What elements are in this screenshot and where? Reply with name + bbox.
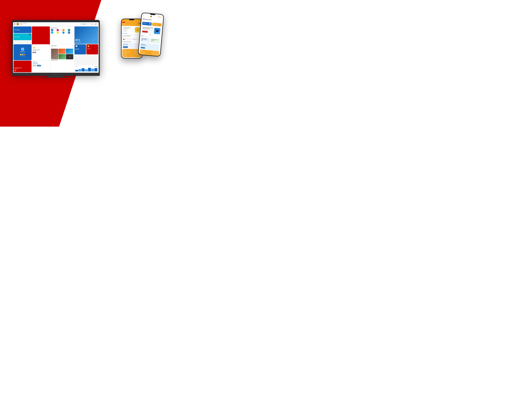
- p1-request-label: Request: [134, 39, 136, 39]
- user-avatar[interactable]: 👤: [95, 23, 97, 25]
- search-icon[interactable]: 🔍: [80, 23, 81, 25]
- header-icons: 🔍 🌐 📤 🔗 ✉ 👁 ⚙ 🏠 G 👤 ▾: [80, 23, 98, 25]
- laptop-screen: ⚜ MINISTRY OF INTERIORAbu Dhabi 🔍 🌐 📤 🔗 …: [13, 22, 99, 73]
- p2-icon-2[interactable]: ⚙: [161, 17, 162, 18]
- gallery-title: SAEED Gallery: [51, 45, 57, 46]
- profile-role: UX Designer: [21, 52, 24, 53]
- profile-tile[interactable]: 👤 Burak Dormer UX Designer ★ 🥈 🥉 Tap to …: [13, 44, 32, 60]
- profile-name: Burak Dormer: [20, 51, 25, 52]
- home-icon[interactable]: 🏠: [92, 23, 93, 25]
- attendance-buttons: Not Now Confirm: [33, 65, 49, 66]
- p1-checkin-button[interactable]: Check In: [123, 46, 128, 48]
- weather-tile: 25 C Wednesday 15 June Abu Dhabi,UAE: [75, 26, 98, 44]
- share-icon[interactable]: 📤: [83, 23, 85, 25]
- p2-rank-icon: 📊: [149, 23, 151, 25]
- settings-icon[interactable]: ⚙: [90, 23, 91, 25]
- chevron-icon: ▾: [97, 24, 98, 25]
- g-icon[interactable]: G: [94, 23, 94, 25]
- attendance-tile[interactable]: Attendence ··· 09:00 A.M Confirm Your At…: [32, 61, 50, 72]
- module-3[interactable]: 😊: [62, 29, 64, 31]
- silver-badge: 🥈: [22, 54, 23, 56]
- favourite-dots-menu[interactable]: ···: [48, 27, 49, 28]
- attendance-time: 09:00 A.M: [33, 63, 49, 64]
- p2-dot-red: [158, 17, 159, 17]
- gallery-prev[interactable]: ‹: [51, 46, 53, 48]
- p1-cts-icon: 💼: [123, 38, 124, 40]
- gallery-next[interactable]: ›: [71, 46, 73, 48]
- gallery-egypt-label: Egypt: [59, 53, 60, 54]
- progress-bars: [75, 67, 97, 71]
- gallery-img-egypt[interactable]: Egypt: [58, 49, 66, 54]
- screen-body: ☰ Timeline 🔔 Alarms 3 ··· Favourite Serv…: [13, 26, 99, 73]
- p2-rewards-icon: 🏆: [159, 24, 161, 26]
- p2-attendance-section[interactable]: Attendance 09:00 A.M Confirm Your Attend…: [140, 43, 160, 51]
- saeed-modules-tile: SAEED Modules ··· 📋 ♥ 😊 📚 ☁ ♥ 🔵 📋: [50, 26, 74, 44]
- example-title: Example Service: [14, 67, 31, 68]
- link-icon[interactable]: 🔗: [85, 23, 87, 25]
- gallery-grid: Abu DhabiChalleges Egypt New UAE New UAE…: [51, 49, 73, 59]
- p2-view-details-btn[interactable]: View Details: [142, 31, 148, 33]
- eye-icon[interactable]: 👁: [89, 23, 90, 25]
- p2-stat-rewards[interactable]: 🏆 10th Rewards of your Performance: [152, 23, 162, 27]
- p2-dot-1[interactable]: [150, 35, 150, 35]
- logo-text: MINISTRY OF INTERIORAbu Dhabi: [19, 23, 27, 25]
- not-now-button[interactable]: Not Now: [33, 65, 37, 66]
- example-service-tile[interactable]: ··· Example Service Dummy Text →: [13, 61, 32, 72]
- files-dots[interactable]: ···: [33, 45, 34, 46]
- p2-news-card[interactable]: Get the latest News Updates without any …: [141, 26, 161, 35]
- module-4[interactable]: 📚: [68, 29, 70, 31]
- gallery-dots[interactable]: ···: [72, 45, 73, 46]
- hamburger-icon[interactable]: [14, 23, 15, 25]
- p1-linkedin-card[interactable]: 🚴 Linkedin Job Alerts Alerts: Remote Job…: [122, 26, 141, 35]
- p2-task-admin[interactable]: Admin Dashboard Reviews Design 16 Tasks: [141, 37, 150, 43]
- modules-grid: 📋 ♥ 😊 📚 ☁ ♥ 🔵 📋: [51, 29, 73, 34]
- globe-icon[interactable]: 🌐: [82, 23, 83, 25]
- bronze-badge: 🥉: [24, 54, 25, 56]
- p2-checkin-button[interactable]: Check In: [141, 47, 145, 49]
- p1-att-label: Confirm Your Attendance: [123, 45, 140, 45]
- timeline-tile[interactable]: ☰ Timeline: [13, 26, 32, 33]
- alarms-bottom-tile[interactable]: 🔔 Alarms: [86, 44, 98, 54]
- modules-dots[interactable]: ···: [72, 27, 73, 28]
- p2-tasks-grid: Admin Dashboard Reviews Design 16 Tasks …: [141, 37, 160, 44]
- mail-icon[interactable]: ✉: [87, 23, 88, 25]
- p2-menu-icon[interactable]: ≡: [143, 15, 144, 17]
- phone-2-screen: ≡ ⚜ 🔔 ⚙ Welcome, Haris Here the descript…: [139, 13, 164, 56]
- attendance-confirm: Confirm Your Attendance: [33, 64, 49, 65]
- gallery-count[interactable]: +215: [66, 54, 73, 59]
- logo-emblem: ⚜: [17, 23, 19, 25]
- p2-logo-area: ⚜: [150, 16, 152, 17]
- module-6[interactable]: ♥: [57, 32, 59, 34]
- p1-cts-label: CTS: [125, 39, 126, 39]
- module-8[interactable]: 📋: [68, 32, 70, 34]
- example-arrow[interactable]: →: [14, 70, 16, 71]
- p2-task-services[interactable]: Services Facilities & Providers 11 Tasks: [151, 38, 160, 44]
- module-2[interactable]: ♥: [57, 29, 59, 31]
- p2-stat-rank[interactable]: 📊 20th Rank In Your Department: [142, 22, 152, 26]
- shared-files-tile[interactable]: ··· 📁 Saeed Shared Files 18 hours ago A …: [32, 44, 50, 60]
- module-5[interactable]: ☁: [51, 32, 53, 34]
- attendance-title: Attendence: [33, 61, 37, 63]
- p2-dot-2[interactable]: [151, 35, 151, 35]
- p2-icon-1[interactable]: 🔔: [160, 17, 161, 18]
- module-1[interactable]: 📋: [51, 29, 53, 31]
- p1-inbox-title: Inbox: [122, 23, 130, 24]
- p2-dot-3[interactable]: [152, 35, 152, 35]
- alarms-tile[interactable]: 🔔 Alarms 3: [13, 33, 32, 40]
- p1-cts-title: Your CTS & Requests: [121, 35, 142, 37]
- gallery-tile[interactable]: SAEED Gallery ··· ‹ › Abu DhabiChalleges…: [50, 44, 74, 72]
- p1-view-details[interactable]: View Details: [123, 33, 140, 34]
- p1-view-details-bottom[interactable]: View Details: [123, 56, 140, 57]
- p1-cts-btn[interactable]: 💼 CTS: [122, 38, 131, 40]
- p1-attendance-card[interactable]: 09:00 A.M Confirm Your Attendance Check …: [122, 43, 141, 49]
- attendance-dots[interactable]: ···: [48, 61, 49, 63]
- gallery-main-img[interactable]: Abu DhabiChalleges: [51, 49, 58, 59]
- module-7[interactable]: 🔵: [62, 32, 64, 34]
- gallery-img-uae[interactable]: New UAE: [66, 49, 73, 54]
- confirm-button[interactable]: Confirm: [37, 65, 41, 66]
- message-tile[interactable]: 💬 Message: [75, 44, 86, 54]
- bar-7: [95, 68, 97, 72]
- gallery-img-new-uae[interactable]: New UAE: [58, 54, 66, 59]
- example-dots[interactable]: ···: [30, 61, 31, 62]
- laptop-foot: [43, 77, 69, 78]
